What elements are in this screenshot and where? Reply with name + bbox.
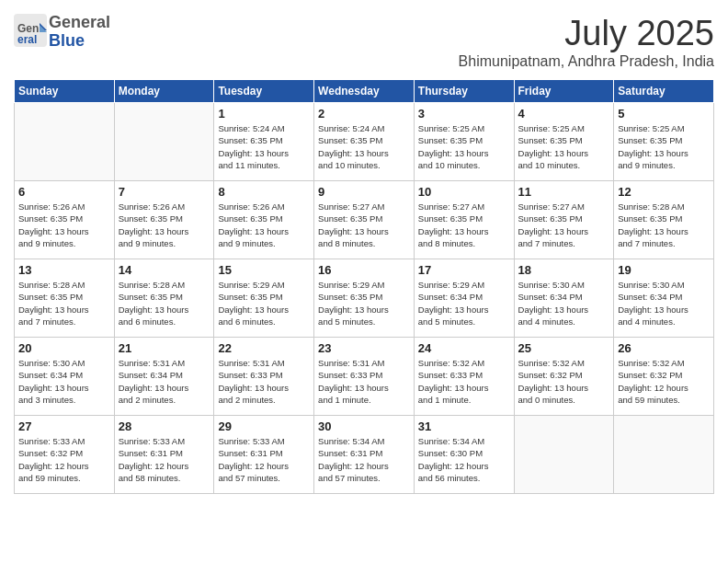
day-info: Sunrise: 5:28 AM Sunset: 6:35 PM Dayligh…	[18, 279, 110, 327]
calendar-cell: 31Sunrise: 5:34 AM Sunset: 6:30 PM Dayli…	[414, 416, 514, 494]
calendar-cell: 5Sunrise: 5:25 AM Sunset: 6:35 PM Daylig…	[614, 103, 714, 181]
logo-icon: Gen eral	[14, 14, 49, 51]
day-info: Sunrise: 5:31 AM Sunset: 6:33 PM Dayligh…	[218, 357, 310, 406]
day-info: Sunrise: 5:33 AM Sunset: 6:32 PM Dayligh…	[18, 435, 110, 484]
calendar-cell: 25Sunrise: 5:32 AM Sunset: 6:32 PM Dayli…	[514, 338, 614, 416]
day-info: Sunrise: 5:28 AM Sunset: 6:35 PM Dayligh…	[618, 201, 710, 249]
calendar-cell: 1Sunrise: 5:24 AM Sunset: 6:35 PM Daylig…	[214, 103, 314, 181]
week-row-2: 6Sunrise: 5:26 AM Sunset: 6:35 PM Daylig…	[15, 181, 714, 259]
day-info: Sunrise: 5:26 AM Sunset: 6:35 PM Dayligh…	[18, 201, 110, 249]
calendar-cell: 3Sunrise: 5:25 AM Sunset: 6:35 PM Daylig…	[414, 103, 514, 181]
day-number: 5	[618, 107, 710, 121]
page-header: Gen eral General Blue July 2025 Bhimunip…	[14, 14, 714, 70]
day-number: 16	[318, 263, 410, 277]
day-number: 9	[318, 185, 410, 199]
weekday-sunday: Sunday	[15, 80, 115, 103]
day-info: Sunrise: 5:25 AM Sunset: 6:35 PM Dayligh…	[418, 122, 510, 171]
day-number: 23	[318, 341, 410, 355]
day-number: 1	[218, 107, 310, 121]
calendar-cell: 16Sunrise: 5:29 AM Sunset: 6:35 PM Dayli…	[314, 259, 415, 338]
weekday-wednesday: Wednesday	[314, 80, 415, 103]
calendar-cell: 4Sunrise: 5:25 AM Sunset: 6:35 PM Daylig…	[514, 103, 614, 181]
calendar-cell: 29Sunrise: 5:33 AM Sunset: 6:31 PM Dayli…	[214, 416, 314, 494]
logo-general: General	[49, 14, 110, 32]
day-number: 30	[318, 419, 410, 433]
day-number: 25	[518, 341, 610, 355]
weekday-thursday: Thursday	[414, 80, 514, 103]
calendar-cell: 14Sunrise: 5:28 AM Sunset: 6:35 PM Dayli…	[114, 259, 214, 338]
calendar-cell: 11Sunrise: 5:27 AM Sunset: 6:35 PM Dayli…	[514, 181, 614, 259]
day-info: Sunrise: 5:27 AM Sunset: 6:35 PM Dayligh…	[418, 201, 510, 249]
day-number: 3	[418, 107, 510, 121]
day-number: 28	[119, 419, 210, 433]
day-info: Sunrise: 5:34 AM Sunset: 6:30 PM Dayligh…	[418, 435, 510, 484]
calendar-cell: 21Sunrise: 5:31 AM Sunset: 6:34 PM Dayli…	[114, 338, 214, 416]
day-number: 24	[418, 341, 510, 355]
location: Bhimunipatnam, Andhra Pradesh, India	[459, 53, 714, 70]
calendar-cell: 19Sunrise: 5:30 AM Sunset: 6:34 PM Dayli…	[614, 259, 714, 338]
logo-text: General Blue	[49, 14, 110, 51]
weekday-saturday: Saturday	[614, 80, 714, 103]
day-number: 10	[418, 185, 510, 199]
calendar-cell: 20Sunrise: 5:30 AM Sunset: 6:34 PM Dayli…	[15, 338, 115, 416]
day-info: Sunrise: 5:24 AM Sunset: 6:35 PM Dayligh…	[318, 122, 410, 171]
day-info: Sunrise: 5:28 AM Sunset: 6:35 PM Dayligh…	[119, 279, 210, 327]
day-number: 2	[318, 107, 410, 121]
day-info: Sunrise: 5:33 AM Sunset: 6:31 PM Dayligh…	[119, 435, 210, 484]
day-info: Sunrise: 5:25 AM Sunset: 6:35 PM Dayligh…	[618, 122, 710, 171]
day-number: 31	[418, 419, 510, 433]
calendar-cell: 2Sunrise: 5:24 AM Sunset: 6:35 PM Daylig…	[314, 103, 415, 181]
calendar-cell: 26Sunrise: 5:32 AM Sunset: 6:32 PM Dayli…	[614, 338, 714, 416]
day-info: Sunrise: 5:26 AM Sunset: 6:35 PM Dayligh…	[119, 201, 210, 249]
weekday-header-row: SundayMondayTuesdayWednesdayThursdayFrid…	[15, 80, 714, 103]
day-info: Sunrise: 5:30 AM Sunset: 6:34 PM Dayligh…	[618, 279, 710, 327]
calendar-cell: 23Sunrise: 5:31 AM Sunset: 6:33 PM Dayli…	[314, 338, 415, 416]
calendar-cell	[614, 416, 714, 494]
day-number: 6	[18, 185, 110, 199]
day-info: Sunrise: 5:27 AM Sunset: 6:35 PM Dayligh…	[518, 201, 610, 249]
day-info: Sunrise: 5:29 AM Sunset: 6:34 PM Dayligh…	[418, 279, 510, 327]
week-row-1: 1Sunrise: 5:24 AM Sunset: 6:35 PM Daylig…	[15, 103, 714, 181]
day-number: 27	[18, 419, 110, 433]
weekday-tuesday: Tuesday	[214, 80, 314, 103]
day-number: 12	[618, 185, 710, 199]
day-number: 15	[218, 263, 310, 277]
day-info: Sunrise: 5:32 AM Sunset: 6:32 PM Dayligh…	[518, 357, 610, 406]
calendar-cell: 18Sunrise: 5:30 AM Sunset: 6:34 PM Dayli…	[514, 259, 614, 338]
calendar-cell: 15Sunrise: 5:29 AM Sunset: 6:35 PM Dayli…	[214, 259, 314, 338]
week-row-5: 27Sunrise: 5:33 AM Sunset: 6:32 PM Dayli…	[15, 416, 714, 494]
day-number: 13	[18, 263, 110, 277]
calendar-cell: 7Sunrise: 5:26 AM Sunset: 6:35 PM Daylig…	[114, 181, 214, 259]
calendar-body: 1Sunrise: 5:24 AM Sunset: 6:35 PM Daylig…	[15, 103, 714, 494]
title-block: July 2025 Bhimunipatnam, Andhra Pradesh,…	[459, 14, 714, 70]
weekday-friday: Friday	[514, 80, 614, 103]
calendar-cell	[15, 103, 115, 181]
calendar-cell: 24Sunrise: 5:32 AM Sunset: 6:33 PM Dayli…	[414, 338, 514, 416]
day-info: Sunrise: 5:25 AM Sunset: 6:35 PM Dayligh…	[518, 122, 610, 171]
day-info: Sunrise: 5:30 AM Sunset: 6:34 PM Dayligh…	[18, 357, 110, 406]
day-number: 11	[518, 185, 610, 199]
day-info: Sunrise: 5:29 AM Sunset: 6:35 PM Dayligh…	[218, 279, 310, 327]
day-number: 7	[119, 185, 210, 199]
day-info: Sunrise: 5:31 AM Sunset: 6:33 PM Dayligh…	[318, 357, 410, 406]
logo-blue: Blue	[49, 32, 110, 51]
calendar-cell: 27Sunrise: 5:33 AM Sunset: 6:32 PM Dayli…	[15, 416, 115, 494]
day-number: 17	[418, 263, 510, 277]
day-number: 26	[618, 341, 710, 355]
calendar-cell: 17Sunrise: 5:29 AM Sunset: 6:34 PM Dayli…	[414, 259, 514, 338]
day-info: Sunrise: 5:32 AM Sunset: 6:33 PM Dayligh…	[418, 357, 510, 406]
calendar-cell	[514, 416, 614, 494]
day-info: Sunrise: 5:34 AM Sunset: 6:31 PM Dayligh…	[318, 435, 410, 484]
day-info: Sunrise: 5:31 AM Sunset: 6:34 PM Dayligh…	[119, 357, 210, 406]
calendar-cell: 6Sunrise: 5:26 AM Sunset: 6:35 PM Daylig…	[15, 181, 115, 259]
day-number: 20	[18, 341, 110, 355]
day-info: Sunrise: 5:26 AM Sunset: 6:35 PM Dayligh…	[218, 201, 310, 249]
calendar-cell: 28Sunrise: 5:33 AM Sunset: 6:31 PM Dayli…	[114, 416, 214, 494]
day-number: 22	[218, 341, 310, 355]
week-row-3: 13Sunrise: 5:28 AM Sunset: 6:35 PM Dayli…	[15, 259, 714, 338]
calendar-cell: 12Sunrise: 5:28 AM Sunset: 6:35 PM Dayli…	[614, 181, 714, 259]
day-number: 29	[218, 419, 310, 433]
day-number: 8	[218, 185, 310, 199]
day-info: Sunrise: 5:27 AM Sunset: 6:35 PM Dayligh…	[318, 201, 410, 249]
calendar-cell: 13Sunrise: 5:28 AM Sunset: 6:35 PM Dayli…	[15, 259, 115, 338]
